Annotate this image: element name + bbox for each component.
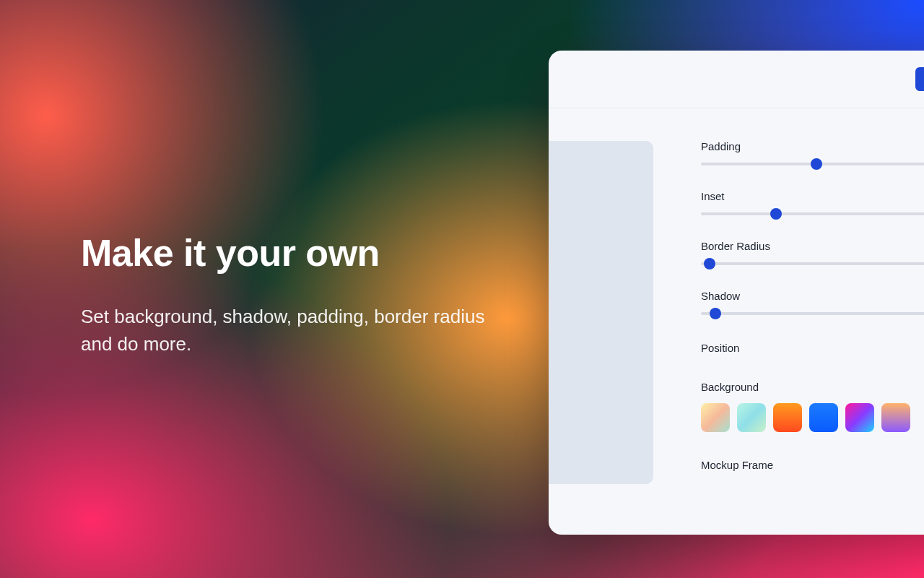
control-inset: Inset xyxy=(701,190,924,215)
control-mockup-frame: Mockup Frame None xyxy=(701,457,924,473)
padding-slider[interactable] xyxy=(701,163,924,165)
control-shadow: Shadow xyxy=(701,290,924,315)
control-background: Background More xyxy=(701,381,924,432)
preview-canvas xyxy=(549,141,653,484)
position-label: Position xyxy=(701,342,739,354)
control-position: Position Center xyxy=(701,340,924,356)
control-border-radius: Border Radius xyxy=(701,240,924,265)
panel-body: Padding Inset Border Radius xyxy=(549,108,924,535)
inset-label: Inset xyxy=(701,190,725,202)
settings-panel: Complete Padding Inset xyxy=(549,51,924,535)
shadow-slider[interactable] xyxy=(701,312,924,315)
panel-header: Complete xyxy=(549,51,924,108)
background-label: Background xyxy=(701,381,759,393)
mockup-frame-label: Mockup Frame xyxy=(701,459,773,471)
background-swatch-1[interactable] xyxy=(701,403,730,432)
padding-slider-thumb[interactable] xyxy=(811,158,822,170)
border-radius-slider[interactable] xyxy=(701,262,924,265)
background-swatch-6[interactable] xyxy=(881,403,910,432)
background-swatch-2[interactable] xyxy=(737,403,766,432)
controls-column: Padding Inset Border Radius xyxy=(653,108,924,535)
hero-description: Set background, shadow, padding, border … xyxy=(81,303,485,358)
background-swatch-3[interactable] xyxy=(773,403,802,432)
control-padding: Padding xyxy=(701,140,924,165)
shadow-label: Shadow xyxy=(701,290,924,302)
shadow-slider-thumb[interactable] xyxy=(710,308,721,319)
hero-text: Make it your own Set background, shadow,… xyxy=(81,231,485,358)
hero-title: Make it your own xyxy=(81,231,485,275)
background-swatches xyxy=(701,403,924,432)
padding-label: Padding xyxy=(701,140,924,152)
complete-button[interactable]: Complete xyxy=(915,67,924,91)
background-swatch-4[interactable] xyxy=(809,403,838,432)
inset-slider[interactable] xyxy=(701,212,924,215)
inset-slider-thumb[interactable] xyxy=(770,208,782,220)
preview-area xyxy=(549,108,653,535)
border-radius-label: Border Radius xyxy=(701,240,924,252)
background-swatch-5[interactable] xyxy=(845,403,874,432)
border-radius-slider-thumb[interactable] xyxy=(704,258,715,269)
